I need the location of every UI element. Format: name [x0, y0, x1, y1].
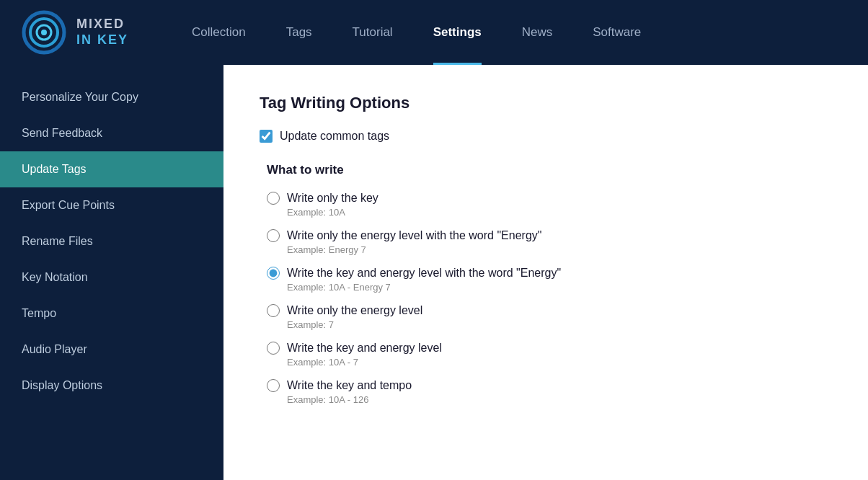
- sidebar: Personalize Your Copy Send Feedback Upda…: [0, 65, 223, 480]
- radio-item-key-only: Write only the key Example: 10A: [267, 192, 832, 218]
- main-nav: Collection Tags Tutorial Settings News S…: [172, 0, 846, 65]
- header: MIXED IN KEY Collection Tags Tutorial Se…: [0, 0, 868, 65]
- radio-key-tempo[interactable]: [267, 379, 280, 392]
- radio-key-energy-word-label[interactable]: Write the key and energy level with the …: [287, 267, 561, 280]
- sidebar-item-tempo[interactable]: Tempo: [0, 295, 223, 332]
- radio-key-tempo-example: Example: 10A - 126: [287, 394, 832, 405]
- logo: MIXED IN KEY: [22, 10, 128, 55]
- nav-settings[interactable]: Settings: [413, 0, 502, 65]
- radio-energy-word-label[interactable]: Write only the energy level with the wor…: [287, 229, 541, 242]
- what-to-write-title: What to write: [267, 163, 832, 177]
- main-layout: Personalize Your Copy Send Feedback Upda…: [0, 65, 868, 480]
- radio-item-key-energy-word: Write the key and energy level with the …: [267, 267, 832, 293]
- logo-text: MIXED IN KEY: [76, 17, 128, 48]
- radio-energy-only-label[interactable]: Write only the energy level: [287, 304, 422, 317]
- radio-key-tempo-label[interactable]: Write the key and tempo: [287, 379, 412, 392]
- radio-key-energy-word[interactable]: [267, 267, 280, 280]
- radio-item-key-energy: Write the key and energy level Example: …: [267, 342, 832, 368]
- section-title: Tag Writing Options: [260, 94, 832, 112]
- sidebar-item-export-cue[interactable]: Export Cue Points: [0, 187, 223, 223]
- radio-key-energy-example: Example: 10A - 7: [287, 357, 832, 368]
- update-common-tags-label[interactable]: Update common tags: [280, 130, 389, 143]
- radio-key-energy-label[interactable]: Write the key and energy level: [287, 342, 442, 355]
- nav-news[interactable]: News: [502, 0, 573, 65]
- svg-point-3: [41, 30, 47, 35]
- update-common-tags-row: Update common tags: [260, 130, 832, 143]
- radio-energy-word[interactable]: [267, 229, 280, 242]
- sidebar-item-personalize[interactable]: Personalize Your Copy: [0, 79, 223, 115]
- radio-item-energy-word: Write only the energy level with the wor…: [267, 229, 832, 255]
- radio-item-energy-only: Write only the energy level Example: 7: [267, 304, 832, 330]
- radio-key-only-label[interactable]: Write only the key: [287, 192, 378, 205]
- nav-tags[interactable]: Tags: [266, 0, 332, 65]
- logo-mixed: MIXED: [76, 17, 128, 32]
- nav-software[interactable]: Software: [572, 0, 661, 65]
- sidebar-item-key-notation[interactable]: Key Notation: [0, 259, 223, 295]
- sidebar-item-feedback[interactable]: Send Feedback: [0, 115, 223, 151]
- sidebar-item-display-options[interactable]: Display Options: [0, 368, 223, 404]
- sidebar-item-update-tags[interactable]: Update Tags: [0, 151, 223, 187]
- radio-key-only-example: Example: 10A: [287, 207, 832, 218]
- sidebar-item-rename-files[interactable]: Rename Files: [0, 223, 223, 259]
- radio-key-energy-word-example: Example: 10A - Energy 7: [287, 282, 832, 293]
- radio-energy-only-example: Example: 7: [287, 319, 832, 330]
- radio-key-only[interactable]: [267, 192, 280, 205]
- logo-inkey: IN KEY: [76, 32, 128, 48]
- radio-energy-word-example: Example: Energy 7: [287, 244, 832, 255]
- radio-group: Write only the key Example: 10A Write on…: [267, 192, 832, 417]
- radio-key-energy[interactable]: [267, 342, 280, 355]
- radio-energy-only[interactable]: [267, 304, 280, 317]
- content-area: Tag Writing Options Update common tags W…: [223, 65, 868, 480]
- radio-item-key-tempo: Write the key and tempo Example: 10A - 1…: [267, 379, 832, 405]
- nav-tutorial[interactable]: Tutorial: [332, 0, 413, 65]
- sidebar-item-audio-player[interactable]: Audio Player: [0, 332, 223, 368]
- logo-icon: [22, 10, 66, 55]
- nav-collection[interactable]: Collection: [172, 0, 266, 65]
- update-common-tags-checkbox[interactable]: [260, 130, 273, 143]
